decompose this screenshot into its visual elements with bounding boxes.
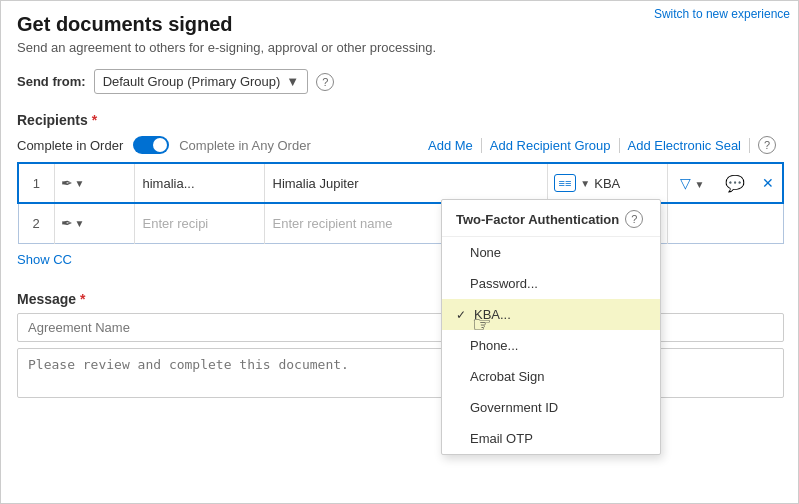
- message-label: Message *: [17, 291, 784, 307]
- send-from-value: Default Group (Primary Group): [103, 74, 281, 89]
- auth-selector[interactable]: ≡≡ ▼ KBA: [554, 174, 661, 192]
- government-id-label: Government ID: [470, 400, 558, 415]
- send-from-arrow-icon: ▼: [286, 74, 299, 89]
- role-selector[interactable]: ✒ ▼: [61, 215, 128, 231]
- filter-cell: ▽ ▼: [667, 163, 717, 203]
- delete-cell: ✕: [753, 163, 783, 203]
- dropdown-item-password[interactable]: Password...: [442, 268, 660, 299]
- add-electronic-seal-link[interactable]: Add Electronic Seal: [620, 138, 750, 153]
- dropdown-item-kba[interactable]: ✓ KBA... ☞: [442, 299, 660, 330]
- complete-in-any-order-label: Complete in Any Order: [179, 138, 311, 153]
- page-subtitle: Send an agreement to others for e-signin…: [17, 40, 784, 55]
- table-row: 1 ✒ ▼ himalia... Himalia Jupiter ≡≡ ▼: [18, 163, 783, 203]
- recipient-name[interactable]: Himalia Jupiter: [264, 163, 547, 203]
- dropdown-item-email-otp[interactable]: Email OTP: [442, 423, 660, 454]
- message-section: Message *: [17, 291, 784, 401]
- dropdown-item-none[interactable]: None: [442, 237, 660, 268]
- switch-experience-link[interactable]: Switch to new experience: [654, 7, 790, 21]
- toggle-knob: [153, 138, 167, 152]
- cursor-hand-icon: ☞: [472, 312, 492, 338]
- complete-in-order-toggle[interactable]: [133, 136, 169, 154]
- recipient-role-cell: ✒ ▼: [54, 203, 134, 243]
- filter-icon[interactable]: ▽: [680, 175, 691, 191]
- signer-icon: ✒: [61, 175, 73, 191]
- none-label: None: [470, 245, 501, 260]
- auth-method-cell: ≡≡ ▼ KBA: [547, 163, 667, 203]
- table-row: 2 ✒ ▼ Enter recipi Enter recipient name …: [18, 203, 783, 243]
- dropdown-item-acrobat-sign[interactable]: Acrobat Sign: [442, 361, 660, 392]
- recipient-role-cell: ✒ ▼: [54, 163, 134, 203]
- required-star: *: [88, 112, 97, 128]
- message-textarea[interactable]: [17, 348, 784, 398]
- filter-arrow-icon: ▼: [695, 179, 705, 190]
- send-from-help-icon[interactable]: ?: [316, 73, 334, 91]
- add-recipient-group-link[interactable]: Add Recipient Group: [482, 138, 620, 153]
- recipients-section: Recipients * Complete in Order Complete …: [17, 112, 784, 281]
- complete-in-order-label: Complete in Order: [17, 138, 123, 153]
- recipients-title: Recipients *: [17, 112, 97, 128]
- auth-label: KBA: [594, 176, 620, 191]
- role-selector[interactable]: ✒ ▼: [61, 175, 128, 191]
- signer-icon: ✒: [61, 215, 73, 231]
- recipient-number: 1: [18, 163, 54, 203]
- recipient-email[interactable]: himalia...: [134, 163, 264, 203]
- role-arrow-icon: ▼: [75, 218, 85, 229]
- dropdown-header-label: Two-Factor Authentication: [456, 212, 619, 227]
- recipients-help-icon[interactable]: ?: [758, 136, 776, 154]
- auth-arrow-icon: ▼: [580, 178, 590, 189]
- auth-icon: ≡≡: [554, 174, 577, 192]
- empty-cells: [667, 203, 783, 243]
- recipient-email-placeholder[interactable]: Enter recipi: [134, 203, 264, 243]
- message-cell: 💬: [717, 163, 753, 203]
- phone-label: Phone...: [470, 338, 518, 353]
- auth-dropdown: Two-Factor Authentication ? None Passwor…: [441, 199, 661, 455]
- dropdown-help-icon[interactable]: ?: [625, 210, 643, 228]
- agreement-name-input[interactable]: [17, 313, 784, 342]
- acrobat-sign-label: Acrobat Sign: [470, 369, 544, 384]
- add-me-link[interactable]: Add Me: [420, 138, 482, 153]
- show-cc-link[interactable]: Show CC: [17, 252, 72, 267]
- send-from-row: Send from: Default Group (Primary Group)…: [17, 69, 784, 94]
- message-icon[interactable]: 💬: [725, 175, 745, 192]
- role-arrow-icon: ▼: [75, 178, 85, 189]
- recipients-header: Recipients *: [17, 112, 784, 128]
- check-icon: ✓: [456, 308, 466, 322]
- dropdown-item-government-id[interactable]: Government ID: [442, 392, 660, 423]
- send-from-select[interactable]: Default Group (Primary Group) ▼: [94, 69, 309, 94]
- recipient-number: 2: [18, 203, 54, 243]
- email-otp-label: Email OTP: [470, 431, 533, 446]
- delete-icon[interactable]: ✕: [762, 175, 774, 191]
- password-label: Password...: [470, 276, 538, 291]
- send-from-label: Send from:: [17, 74, 86, 89]
- add-links-group: Add Me Add Recipient Group Add Electroni…: [420, 136, 784, 154]
- dropdown-header: Two-Factor Authentication ?: [442, 200, 660, 237]
- recipients-table: 1 ✒ ▼ himalia... Himalia Jupiter ≡≡ ▼: [17, 162, 784, 244]
